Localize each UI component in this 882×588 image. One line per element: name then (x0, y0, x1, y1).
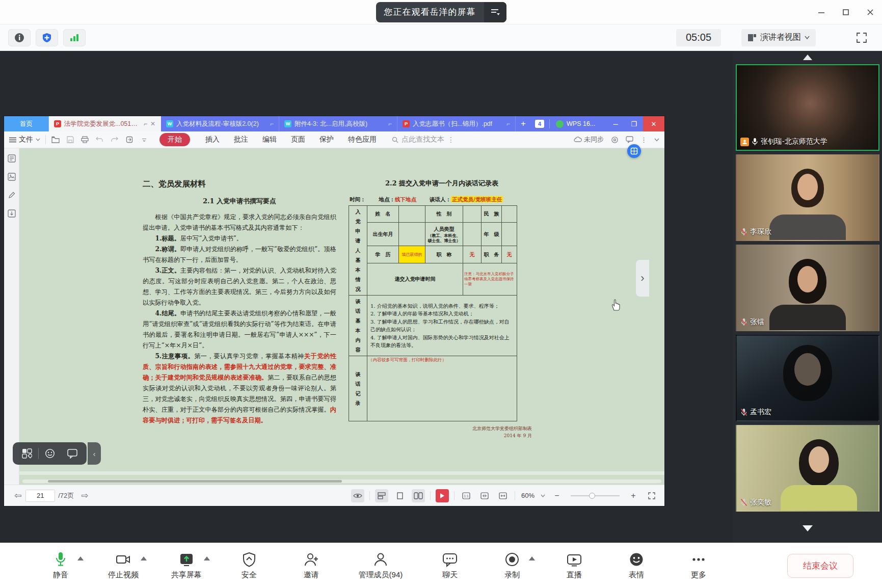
horizontal-scrollbar[interactable] (22, 479, 661, 483)
participant-tile[interactable]: 李琛欣 (736, 154, 879, 241)
scrollbar-thumb[interactable] (48, 480, 342, 483)
collapse-ribbon-icon[interactable] (654, 138, 659, 142)
kebab-icon[interactable]: ⋮ (640, 136, 647, 144)
wps-minimize-icon[interactable]: ─ (606, 116, 625, 131)
find-text-placeholder: 点此查找文本 (402, 135, 444, 144)
ribbon-tab-page[interactable]: 页面 (284, 135, 312, 144)
scroll-down-icon[interactable] (803, 525, 813, 531)
close-icon[interactable] (866, 8, 875, 17)
zoom-slider[interactable] (571, 495, 620, 496)
ribbon-tab-edit[interactable]: 编辑 (255, 135, 284, 144)
fullscreen-button[interactable] (852, 29, 871, 46)
document-canvas[interactable]: 二、党员发展材料 2.1 入党申请书撰写要点 根据《中国共产党章程》规定，要求入… (19, 148, 664, 485)
ribbon-tab-start[interactable]: 开始 (159, 133, 190, 146)
participant-tile[interactable]: 张钊瑞-北京师范大学 (736, 64, 879, 151)
print-icon[interactable] (81, 136, 89, 144)
scroll-up-icon[interactable] (803, 55, 812, 60)
single-page-icon[interactable] (393, 489, 407, 502)
live-button[interactable]: 直播 (559, 552, 589, 580)
chat-button[interactable]: 聊天 (435, 552, 465, 580)
chat-bubble-icon[interactable] (61, 444, 84, 463)
ribbon-tab-comment[interactable]: 批注 (227, 135, 255, 144)
video-options-caret[interactable] (141, 556, 147, 560)
network-quality-button[interactable] (63, 29, 86, 46)
next-page-icon[interactable]: ⇨ (77, 490, 92, 501)
new-tab-button[interactable]: + (516, 116, 531, 131)
tab-close-icon[interactable]: ✕ (150, 120, 155, 127)
banner-menu-icon[interactable] (484, 2, 506, 22)
participant-tile[interactable]: 孟书宏 (736, 335, 879, 421)
minimize-icon[interactable] (817, 8, 826, 17)
participant-name: 张镭 (750, 317, 764, 327)
zoom-in-icon[interactable]: + (627, 489, 640, 502)
ribbon-tab-protect[interactable]: 保护 (312, 135, 341, 144)
security-button[interactable]: 安全 (234, 552, 264, 580)
mute-button[interactable]: 静音 (46, 552, 75, 580)
tab-home[interactable]: 首页 (4, 116, 49, 131)
tab-count-badge[interactable]: 4 (535, 120, 544, 128)
emoji-button[interactable]: 表情 (622, 552, 651, 580)
tab-doc3[interactable]: W 附件4-3: 北...启用,高校版) ⌐ (279, 116, 397, 131)
two-page-icon[interactable] (412, 489, 425, 502)
comment-panel-icon[interactable] (626, 136, 633, 143)
eye-protection-icon[interactable] (351, 489, 364, 502)
wps-brand[interactable]: WPS 16... (551, 116, 600, 131)
share-screen-button[interactable]: 共享屏幕 (171, 552, 202, 580)
undo-icon[interactable] (95, 136, 104, 144)
participant-tile[interactable]: 张镭 (736, 245, 879, 331)
share-options-caret[interactable] (204, 556, 210, 560)
reading-layout-icon[interactable] (375, 489, 388, 502)
thumbnail-panel-icon[interactable] (8, 173, 16, 181)
record-options-caret[interactable] (529, 556, 535, 560)
invite-button[interactable]: 邀请 (297, 552, 326, 580)
wps-assistant-button[interactable] (627, 144, 641, 158)
play-presentation-icon[interactable] (436, 489, 449, 502)
next-spread-chevron[interactable]: › (636, 260, 649, 297)
save-icon[interactable] (66, 136, 74, 144)
prev-page-icon[interactable]: ⇦ (10, 490, 25, 501)
sync-status[interactable]: 未同步 (574, 135, 604, 144)
toc-panel-icon[interactable] (8, 154, 16, 163)
health-shield-button[interactable] (36, 29, 58, 46)
stop-video-button[interactable]: 停止视频 (108, 552, 139, 580)
tab-comment-icon[interactable]: ⌐ (144, 120, 147, 127)
participant-tile[interactable]: 张奕敏 (736, 425, 879, 512)
annotate-pen-icon[interactable] (8, 191, 16, 199)
end-meeting-button[interactable]: 结束会议 (787, 554, 853, 578)
fit-width-icon[interactable] (496, 489, 510, 502)
find-text-box[interactable]: 点此查找文本 ⋮ (392, 135, 455, 144)
actual-size-icon[interactable]: 1:1 (460, 489, 473, 502)
open-file-icon[interactable] (51, 136, 60, 144)
tab-doc-active[interactable]: P 法学院党委发展党...0518.pdf ⌐ ✕ (49, 116, 161, 131)
tab-doc2[interactable]: W 入党材料及流程-审核版2.0(2) ⌐ (161, 116, 279, 131)
wps-restore-icon[interactable]: ❐ (625, 116, 643, 131)
paragraph: 根据《中国共产党章程》规定，要求入党的同志必须亲自向党组织提出申请。入党申请书的… (143, 212, 336, 233)
layout-grid-icon[interactable] (16, 444, 38, 463)
doc-convert-icon[interactable] (125, 136, 133, 144)
zoom-out-icon[interactable]: − (550, 489, 564, 502)
more-button[interactable]: 更多 (684, 552, 713, 580)
redo-icon[interactable] (110, 136, 119, 144)
meeting-info-button[interactable] (8, 29, 31, 46)
kebab-icon[interactable]: ⋮ (447, 136, 455, 144)
page-number-input[interactable] (25, 490, 55, 502)
tab-doc4[interactable]: P 入党志愿书（扫...锦用）.pdf ⌐ (397, 116, 516, 131)
collapse-toolbar-icon[interactable]: ‹ (88, 442, 101, 465)
quickbar-dropdown-icon[interactable] (140, 136, 148, 144)
ribbon-tab-insert[interactable]: 插入 (198, 135, 227, 144)
zoom-level[interactable]: 60% (521, 492, 534, 499)
wps-close-icon[interactable]: ✕ (643, 116, 664, 131)
view-mode-selector[interactable]: 演讲者视图 (741, 29, 816, 46)
maximize-icon[interactable] (841, 8, 850, 17)
wps-fullscreen-icon[interactable] (645, 489, 658, 502)
file-menu[interactable]: 文件 (9, 135, 40, 144)
manage-members-button[interactable]: 管理成员(94) (359, 552, 403, 580)
fit-page-icon[interactable] (478, 489, 491, 502)
mic-options-caret[interactable] (77, 556, 84, 560)
settings-gear-icon[interactable] (611, 136, 619, 144)
zoom-slider-knob[interactable] (589, 493, 595, 499)
record-button[interactable]: 录制 (497, 552, 527, 580)
ribbon-tab-special[interactable]: 特色应用 (341, 135, 384, 144)
export-panel-icon[interactable] (8, 209, 16, 218)
emoji-reaction-icon[interactable] (39, 444, 61, 463)
